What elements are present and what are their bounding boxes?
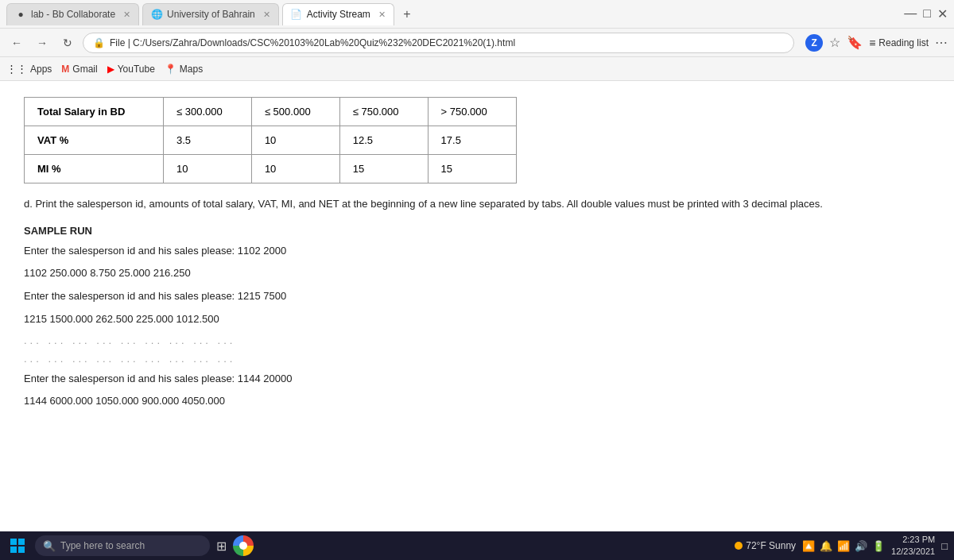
minimize-button[interactable]: — bbox=[904, 6, 917, 21]
sample-line-4: 1215 1500.000 262.500 225.000 1012.500 bbox=[24, 311, 930, 328]
show-desktop-icon[interactable]: □ bbox=[941, 540, 948, 552]
apps-label: Apps bbox=[30, 64, 52, 75]
url-text: File | C:/Users/Zahra/Downloads/CSC%2010… bbox=[110, 37, 784, 48]
salary-table: Total Salary in BD ≤ 300.000 ≤ 500.000 ≤… bbox=[24, 97, 517, 183]
svg-rect-2 bbox=[10, 546, 17, 553]
tab-icon-uni: 🌐 bbox=[151, 9, 162, 20]
youtube-icon: ▶ bbox=[107, 64, 114, 75]
weather-icon bbox=[735, 542, 743, 550]
sample-line-1: Enter the salesperson id and his sales p… bbox=[24, 243, 930, 260]
svg-rect-3 bbox=[18, 546, 25, 553]
tab-label-activity: Activity Stream bbox=[307, 9, 370, 20]
current-date: 12/23/2021 bbox=[891, 546, 935, 558]
more-line-1: Enter the salesperson id and his sales p… bbox=[24, 371, 930, 388]
star-icon[interactable]: ☆ bbox=[829, 35, 840, 50]
bookmark-youtube[interactable]: ▶ YouTube bbox=[107, 64, 155, 75]
svg-rect-0 bbox=[10, 539, 17, 545]
wifi-icon[interactable]: 📶 bbox=[837, 540, 850, 552]
tab-label-uni: University of Bahrain bbox=[167, 9, 255, 20]
address-bar: ← → ↻ 🔒 File | C:/Users/Zahra/Downloads/… bbox=[0, 29, 954, 57]
search-text: Type here to search bbox=[60, 540, 145, 551]
mi-val-4: 15 bbox=[428, 155, 516, 183]
back-button[interactable]: ← bbox=[6, 33, 27, 53]
close-button[interactable]: ✕ bbox=[937, 6, 948, 21]
mi-val-2: 10 bbox=[251, 155, 339, 183]
maps-label: Maps bbox=[180, 64, 203, 75]
vat-val-1: 3.5 bbox=[164, 126, 252, 155]
tab-activity-stream[interactable]: 📄 Activity Stream ✕ bbox=[282, 3, 394, 25]
table-row-mi: MI % 10 10 15 15 bbox=[25, 155, 517, 183]
url-bar[interactable]: 🔒 File | C:/Users/Zahra/Downloads/CSC%20… bbox=[83, 33, 794, 53]
bookmarks-bar: ⋮⋮ Apps M Gmail ▶ YouTube 📍 Maps bbox=[0, 57, 954, 81]
maximize-button[interactable]: □ bbox=[923, 6, 931, 21]
tab-label-bb: lab - Bb Collaborate bbox=[31, 9, 115, 20]
vat-label: VAT % bbox=[25, 126, 164, 155]
reading-list-icon: ≡ bbox=[869, 37, 875, 49]
weather-info: 72°F Sunny bbox=[735, 540, 796, 551]
taskbar: 🔍 Type here to search ⊞ 72°F Sunny 🔼 🔔 📶… bbox=[0, 531, 954, 560]
address-bar-right: Z ☆ 🔖 ≡ Reading list ⋯ bbox=[805, 34, 948, 52]
sample-line-2: 1102 250.000 8.750 25.000 216.250 bbox=[24, 265, 930, 282]
svg-rect-1 bbox=[18, 539, 25, 545]
taskbar-right: 72°F Sunny 🔼 🔔 📶 🔊 🔋 2:23 PM 12/23/2021 … bbox=[735, 534, 948, 558]
gmail-label: Gmail bbox=[72, 64, 97, 75]
table-row-vat: VAT % 3.5 10 12.5 17.5 bbox=[25, 126, 517, 155]
tab-icon-activity: 📄 bbox=[291, 9, 302, 20]
table-header-750: ≤ 750.000 bbox=[339, 98, 428, 126]
time-date: 2:23 PM 12/23/2021 bbox=[891, 534, 935, 558]
new-tab-button[interactable]: + bbox=[398, 5, 417, 24]
volume-icon[interactable]: 🔊 bbox=[855, 540, 867, 552]
youtube-label: YouTube bbox=[118, 64, 155, 75]
table-header-750plus: > 750.000 bbox=[428, 98, 516, 126]
table-header-300: ≤ 300.000 bbox=[164, 98, 252, 126]
vat-val-4: 17.5 bbox=[428, 126, 516, 155]
close-tab-activity[interactable]: ✕ bbox=[378, 10, 386, 20]
bookmark-gmail[interactable]: M Gmail bbox=[61, 64, 97, 75]
task-view-icon[interactable]: ⊞ bbox=[216, 539, 227, 554]
refresh-button[interactable]: ↻ bbox=[57, 33, 78, 53]
bookmark-maps[interactable]: 📍 Maps bbox=[165, 64, 203, 75]
start-button[interactable] bbox=[6, 535, 29, 557]
tab-icon-bb: ● bbox=[15, 9, 26, 20]
tab-bb-collaborate[interactable]: ● lab - Bb Collaborate ✕ bbox=[6, 3, 139, 25]
gmail-icon: M bbox=[61, 64, 69, 75]
apps-grid-icon: ⋮⋮ bbox=[6, 63, 27, 75]
dots-line-1: ... ... ... ... ... ... ... ... ... bbox=[24, 334, 930, 346]
reading-list-label: Reading list bbox=[878, 37, 929, 48]
battery-icon[interactable]: 🔋 bbox=[872, 540, 885, 552]
close-tab-bb[interactable]: ✕ bbox=[123, 10, 130, 20]
mi-label: MI % bbox=[25, 155, 164, 183]
current-time: 2:23 PM bbox=[891, 534, 935, 546]
search-icon: 🔍 bbox=[43, 540, 56, 552]
table-header-label: Total Salary in BD bbox=[25, 98, 164, 126]
vat-val-3: 12.5 bbox=[339, 126, 428, 155]
file-icon: 🔒 bbox=[93, 37, 105, 48]
settings-icon[interactable]: ⋯ bbox=[935, 35, 948, 50]
vat-val-2: 10 bbox=[251, 126, 339, 155]
network-icon[interactable]: 🔼 bbox=[802, 540, 815, 552]
forward-button[interactable]: → bbox=[32, 33, 52, 53]
maps-icon: 📍 bbox=[165, 64, 176, 75]
close-tab-uni[interactable]: ✕ bbox=[263, 10, 270, 20]
mi-val-1: 10 bbox=[164, 155, 252, 183]
taskbar-system-icons: 🔼 🔔 📶 🔊 🔋 bbox=[802, 540, 885, 552]
profile-icon[interactable]: Z bbox=[805, 34, 823, 52]
dots-line-2: ... ... ... ... ... ... ... ... ... bbox=[24, 353, 930, 365]
table-header-500: ≤ 500.000 bbox=[251, 98, 339, 126]
weather-text: 72°F Sunny bbox=[746, 540, 796, 551]
bookmark-apps[interactable]: ⋮⋮ Apps bbox=[6, 63, 52, 75]
taskbar-chrome-icon[interactable] bbox=[233, 535, 254, 556]
page-content: Total Salary in BD ≤ 300.000 ≤ 500.000 ≤… bbox=[0, 81, 954, 531]
reading-list-button[interactable]: ≡ Reading list bbox=[869, 37, 929, 49]
mi-val-3: 15 bbox=[339, 155, 428, 183]
window-controls: — □ ✕ bbox=[904, 6, 948, 21]
sample-run-header: SAMPLE RUN bbox=[24, 225, 930, 237]
more-line-2: 1144 6000.000 1050.000 900.000 4050.000 bbox=[24, 393, 930, 410]
tab-university[interactable]: 🌐 University of Bahrain ✕ bbox=[142, 3, 279, 25]
sample-line-3: Enter the salesperson id and his sales p… bbox=[24, 288, 930, 305]
taskbar-search[interactable]: 🔍 Type here to search bbox=[35, 535, 210, 556]
title-bar: ● lab - Bb Collaborate ✕ 🌐 University of… bbox=[0, 0, 954, 29]
note-text: d. Print the salesperson id, amounts of … bbox=[24, 196, 898, 212]
collections-icon[interactable]: 🔖 bbox=[847, 35, 863, 50]
speaker-icon[interactable]: 🔔 bbox=[820, 540, 832, 552]
